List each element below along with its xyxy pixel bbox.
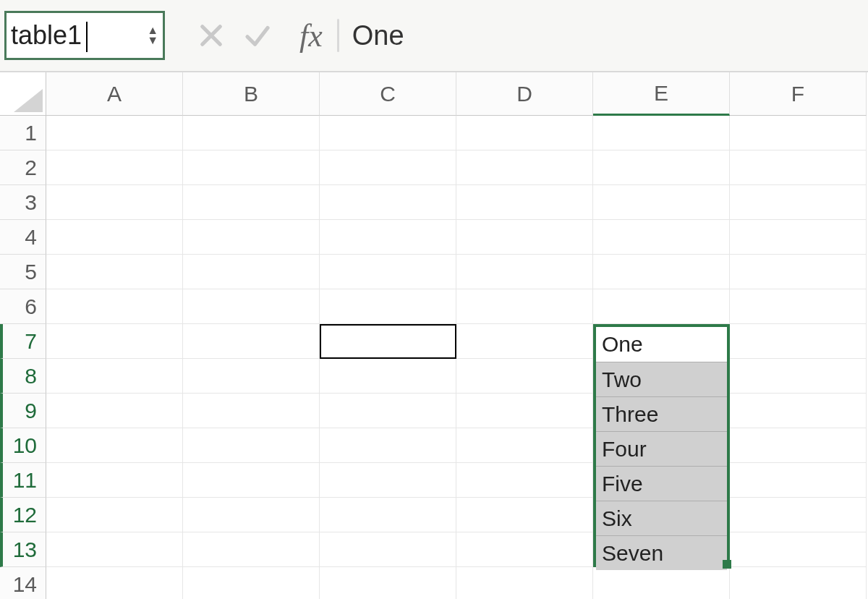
cell-E6[interactable]	[593, 289, 730, 324]
cell-B9[interactable]	[183, 394, 320, 428]
cell-A4[interactable]	[46, 220, 183, 255]
cell-C5[interactable]	[320, 255, 456, 289]
cell-D5[interactable]	[456, 255, 593, 289]
column-header-C[interactable]: C	[320, 72, 456, 116]
cell-D8[interactable]	[456, 359, 593, 394]
row-header-5[interactable]: 5	[0, 255, 46, 289]
cell-B2[interactable]	[183, 150, 320, 185]
cell-F10[interactable]	[730, 428, 867, 463]
stepper-down-icon[interactable]: ▼	[147, 35, 158, 46]
cell-B6[interactable]	[183, 289, 320, 324]
cell-A2[interactable]	[46, 150, 183, 185]
cell-C2[interactable]	[320, 150, 456, 185]
cell-A9[interactable]	[46, 394, 183, 428]
cell-B5[interactable]	[183, 255, 320, 289]
cell-B8[interactable]	[183, 359, 320, 394]
cell-F3[interactable]	[730, 185, 867, 220]
column-header-D[interactable]: D	[456, 72, 593, 116]
cell-F4[interactable]	[730, 220, 867, 255]
cell-A6[interactable]	[46, 289, 183, 324]
selected-cell[interactable]: Four	[596, 431, 727, 466]
cell-F7[interactable]	[730, 324, 867, 359]
cell-C10[interactable]	[320, 428, 456, 463]
cell-D6[interactable]	[456, 289, 593, 324]
cell-C9[interactable]	[320, 394, 456, 428]
name-box-stepper[interactable]: ▲ ▼	[147, 25, 158, 46]
cell-B4[interactable]	[183, 220, 320, 255]
cell-F12[interactable]	[730, 498, 867, 532]
cell-E4[interactable]	[593, 220, 730, 255]
column-header-B[interactable]: B	[183, 72, 320, 116]
cell-F2[interactable]	[730, 150, 867, 185]
cell-B7[interactable]	[183, 324, 320, 359]
row-header-13[interactable]: 13	[0, 532, 46, 567]
cell-D9[interactable]	[456, 394, 593, 428]
selected-cell[interactable]: Seven	[596, 535, 727, 570]
cell-D1[interactable]	[456, 116, 593, 150]
formula-input[interactable]: One	[352, 20, 404, 51]
spreadsheet-grid[interactable]: ABCDEF1234567891011121314OneTwoThreeFour…	[0, 72, 868, 599]
name-box[interactable]: ▲ ▼	[4, 11, 165, 60]
cell-C1[interactable]	[320, 116, 456, 150]
row-header-10[interactable]: 10	[0, 428, 46, 463]
cell-F6[interactable]	[730, 289, 867, 324]
cell-C4[interactable]	[320, 220, 456, 255]
cell-B13[interactable]	[183, 532, 320, 567]
row-header-6[interactable]: 6	[0, 289, 46, 324]
cell-F14[interactable]	[730, 567, 867, 599]
column-header-A[interactable]: A	[46, 72, 183, 116]
cell-B10[interactable]	[183, 428, 320, 463]
row-header-11[interactable]: 11	[0, 463, 46, 498]
cell-A13[interactable]	[46, 532, 183, 567]
cell-B12[interactable]	[183, 498, 320, 532]
column-header-E[interactable]: E	[593, 72, 730, 116]
cell-C7[interactable]	[320, 324, 456, 359]
select-all-corner[interactable]	[0, 72, 46, 116]
row-header-4[interactable]: 4	[0, 220, 46, 255]
cell-B1[interactable]	[183, 116, 320, 150]
row-header-2[interactable]: 2	[0, 150, 46, 185]
cell-C13[interactable]	[320, 532, 456, 567]
cell-C11[interactable]	[320, 463, 456, 498]
cell-A11[interactable]	[46, 463, 183, 498]
cell-A5[interactable]	[46, 255, 183, 289]
row-header-12[interactable]: 12	[0, 498, 46, 532]
cell-C14[interactable]	[320, 567, 456, 599]
selected-cell[interactable]: Two	[596, 362, 727, 396]
cell-C6[interactable]	[320, 289, 456, 324]
cell-F9[interactable]	[730, 394, 867, 428]
row-header-1[interactable]: 1	[0, 116, 46, 150]
cell-A8[interactable]	[46, 359, 183, 394]
row-header-3[interactable]: 3	[0, 185, 46, 220]
cell-B3[interactable]	[183, 185, 320, 220]
cell-D4[interactable]	[456, 220, 593, 255]
cancel-button[interactable]	[190, 20, 233, 51]
cell-B11[interactable]	[183, 463, 320, 498]
cell-E3[interactable]	[593, 185, 730, 220]
cell-D2[interactable]	[456, 150, 593, 185]
cell-C12[interactable]	[320, 498, 456, 532]
cell-F13[interactable]	[730, 532, 867, 567]
selected-cell[interactable]: Five	[596, 466, 727, 501]
row-header-14[interactable]: 14	[0, 567, 46, 599]
cell-D13[interactable]	[456, 532, 593, 567]
cell-C8[interactable]	[320, 359, 456, 394]
cell-E14[interactable]	[593, 567, 730, 599]
cell-A7[interactable]	[46, 324, 183, 359]
cell-D10[interactable]	[456, 428, 593, 463]
cell-A3[interactable]	[46, 185, 183, 220]
cell-F5[interactable]	[730, 255, 867, 289]
cell-A10[interactable]	[46, 428, 183, 463]
cell-D3[interactable]	[456, 185, 593, 220]
active-cell[interactable]: One	[596, 327, 727, 362]
row-header-9[interactable]: 9	[0, 394, 46, 428]
cell-E1[interactable]	[593, 116, 730, 150]
cell-B14[interactable]	[183, 567, 320, 599]
name-box-input[interactable]	[11, 20, 127, 51]
column-header-F[interactable]: F	[730, 72, 867, 116]
row-header-7[interactable]: 7	[0, 324, 46, 359]
cell-C3[interactable]	[320, 185, 456, 220]
cell-D14[interactable]	[456, 567, 593, 599]
cell-D7[interactable]	[456, 324, 593, 359]
cell-E5[interactable]	[593, 255, 730, 289]
